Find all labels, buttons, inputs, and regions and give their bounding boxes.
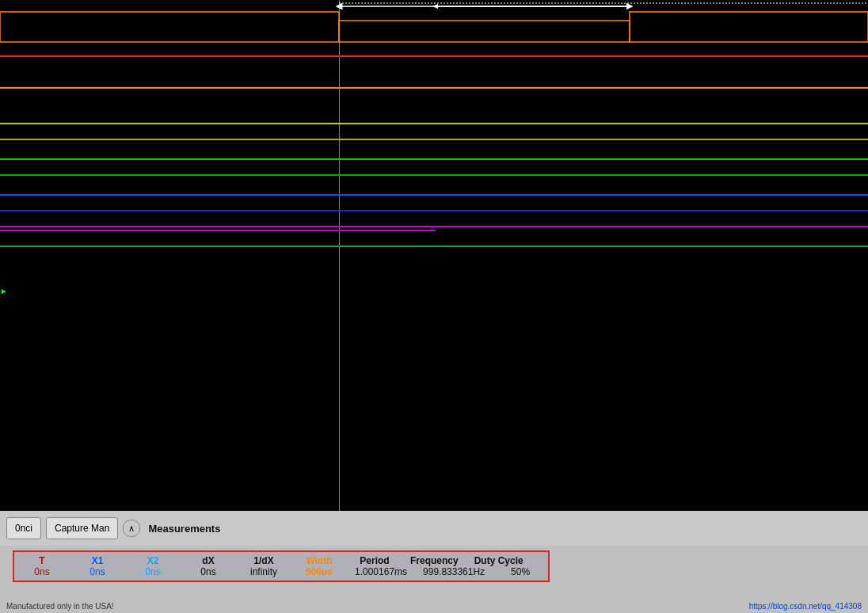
measurements-header-row: T X1 X2 dX 1/dX Width Period Frequency D…	[22, 555, 540, 566]
svg-marker-8	[627, 4, 633, 9]
header-x2: X2	[133, 555, 173, 566]
trace-yellow-2	[0, 139, 868, 140]
header-duty-cycle: Duty Cycle	[474, 555, 523, 566]
value-x2: 0ns	[133, 566, 173, 577]
svg-rect-0	[0, 12, 339, 42]
value-dx: 0ns	[188, 566, 228, 577]
green-marker: ►	[0, 287, 6, 293]
svg-rect-1	[630, 12, 868, 42]
value-frequency: 999.833361Hz	[423, 566, 485, 577]
scope-area: ►	[0, 0, 868, 511]
value-t: 0ns	[22, 566, 62, 577]
header-inv-dx: 1/dX	[244, 555, 284, 566]
trace-blue-2	[0, 210, 868, 211]
header-period: Period	[355, 555, 394, 566]
header-dx: dX	[188, 555, 228, 566]
trace-orange-digital	[0, 0, 868, 51]
value-inv-dx: infinity	[244, 566, 284, 577]
toolbar-row: 0nci Capture Man ∧ Measurements	[0, 511, 868, 546]
trace-orange	[0, 87, 868, 89]
measurements-value-row: 0ns 0ns 0ns 0ns infinity 500us 1.000167m…	[22, 566, 540, 577]
header-frequency: Frequency	[410, 555, 459, 566]
trace-magenta-2	[0, 230, 436, 231]
url-text: https://blog.csdn.net/qq_414308	[749, 602, 862, 611]
cursor-line	[339, 0, 340, 511]
value-period: 1.000167ms	[355, 566, 407, 577]
status-bar: Manufactured only in the USA! https://bl…	[0, 602, 868, 611]
chevron-up-button[interactable]: ∧	[123, 520, 140, 537]
once-button[interactable]: 0nci	[6, 517, 41, 539]
trace-green-bottom	[0, 246, 868, 247]
measurements-panel: T X1 X2 dX 1/dX Width Period Frequency D…	[13, 550, 550, 582]
trace-green-2	[0, 174, 868, 176]
trace-green-1	[0, 158, 868, 160]
measurements-label: Measurements	[148, 523, 220, 535]
trace-magenta-3	[436, 226, 868, 227]
value-x1: 0ns	[78, 566, 117, 577]
bottom-bar: 0nci Capture Man ∧ Measurements T X1 X2 …	[0, 511, 868, 613]
trace-blue-1	[0, 194, 868, 196]
header-t: T	[22, 555, 62, 566]
trace-red	[0, 55, 868, 57]
capture-man-button[interactable]: Capture Man	[46, 517, 118, 539]
header-width: Width	[299, 555, 339, 566]
header-x1: X1	[78, 555, 117, 566]
value-duty-cycle: 50%	[501, 566, 540, 577]
svg-rect-2	[339, 21, 630, 42]
value-width: 500us	[299, 566, 339, 577]
trace-yellow-1	[0, 123, 868, 124]
svg-marker-7	[432, 4, 438, 9]
manufacturer-text: Manufactured only in the USA!	[6, 602, 114, 611]
